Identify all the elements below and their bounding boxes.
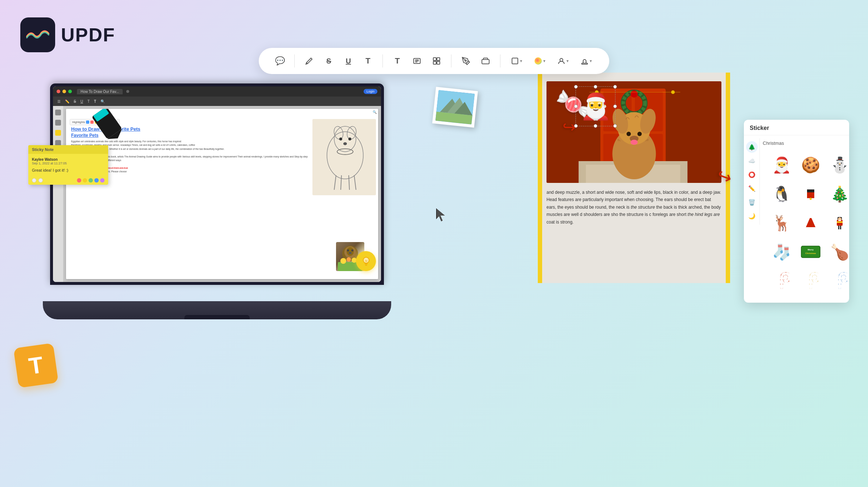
svg-rect-71 — [838, 226, 839, 229]
sticker-gingerbread[interactable]: 🍪 — [798, 152, 824, 178]
svg-rect-4 — [437, 61, 440, 64]
svg-point-30 — [349, 252, 352, 254]
sticker-cat-moon[interactable]: 🌙 — [746, 210, 758, 222]
sticker-cat-pencil[interactable]: ✏️ — [746, 183, 758, 194]
close-button[interactable] — [57, 90, 60, 93]
pdf-tab[interactable]: How To Draw Our Fav... — [77, 89, 123, 94]
sidebar-icon-1[interactable] — [55, 110, 61, 115]
svg-point-68 — [809, 215, 812, 218]
text-tool-t[interactable]: T — [360, 53, 376, 69]
sticker-candy-cane-plain[interactable] — [798, 268, 824, 294]
login-button[interactable]: Login — [364, 89, 377, 94]
lightbulb-badge: u — [356, 251, 376, 271]
sticker-candy-cane-red[interactable] — [769, 268, 795, 294]
sidebar-icon-highlight[interactable] — [55, 130, 61, 136]
sticky-note-text: Great idea! I got it! :) — [32, 168, 105, 172]
pdf-page: Highlights How to D — [66, 109, 378, 279]
sticker-cat-eraser[interactable]: 🗑️ — [746, 196, 758, 208]
underline-tool[interactable]: U — [340, 53, 356, 69]
pdf-tool-4[interactable]: T — [86, 99, 91, 104]
pdf-tool-3[interactable]: U — [79, 99, 85, 104]
pdf-search-icon[interactable]: 🔍 — [99, 99, 106, 104]
sticky-color-yellow[interactable] — [83, 178, 87, 183]
sticker-stocking[interactable]: 🧦 — [769, 239, 795, 265]
text-frame-tool[interactable] — [409, 53, 425, 69]
sticker-cat-cloud[interactable]: ☁️ — [746, 155, 758, 167]
santa-hat-selection-box: 🎅 — [576, 86, 615, 126]
svg-rect-67 — [805, 227, 816, 230]
new-tab-button[interactable] — [126, 90, 129, 93]
sticker-christmas-tree[interactable]: 🎄 — [827, 181, 849, 207]
pdf-content: Highlights How to D — [53, 106, 381, 282]
sticker-santa-claus[interactable]: 🎅 — [769, 152, 795, 178]
sticker-santa-coat[interactable] — [798, 181, 824, 207]
sticker-reindeer[interactable]: 🦌 — [769, 210, 795, 236]
sidebar-icon-2[interactable] — [55, 120, 61, 126]
sticker-candy-cane-blue[interactable] — [827, 268, 849, 294]
sticky-note-date: Sep 1, 2022 at 11:27:05 — [32, 161, 105, 165]
main-pdf-dog-image: 🍬 🎅 ↩ — [546, 81, 721, 183]
logo-area: UPDF — [20, 17, 115, 52]
highlights-label: Highlights — [72, 120, 85, 124]
sticker-santa-hat-item[interactable] — [798, 210, 824, 236]
minimize-button[interactable] — [62, 90, 66, 93]
stamp-tool[interactable]: ▾ — [577, 54, 596, 67]
eraser-tool[interactable] — [478, 53, 494, 69]
svg-point-14 — [334, 126, 356, 152]
pencil-tool[interactable] — [301, 53, 317, 69]
svg-rect-7 — [512, 58, 518, 64]
toolbar-divider-4 — [500, 54, 500, 67]
dog-sketch-image — [312, 119, 376, 195]
pdf-tool-5[interactable]: T — [93, 99, 98, 104]
pdf-tool-2[interactable]: S — [72, 99, 78, 104]
highlighter-pen-visual — [88, 109, 128, 143]
color-tool[interactable]: ▾ — [530, 54, 550, 67]
pen-draw-tool[interactable] — [458, 53, 474, 69]
svg-rect-2 — [437, 58, 440, 61]
sticky-color-blue[interactable] — [94, 178, 99, 183]
sticker-snowman[interactable]: ⛄ — [827, 152, 849, 178]
svg-point-32 — [340, 258, 346, 264]
photo-sticker-image — [435, 90, 475, 124]
sticky-note-icon-2[interactable] — [38, 178, 43, 183]
svg-rect-61 — [807, 189, 814, 192]
list-tool[interactable] — [429, 53, 445, 69]
svg-rect-75 — [838, 220, 841, 221]
sticker-roast-turkey[interactable]: 🍗 — [827, 239, 849, 265]
svg-rect-9 — [582, 63, 587, 64]
pdf-main-area: Highlights How to D — [63, 106, 381, 282]
svg-marker-79 — [436, 208, 445, 221]
svg-rect-72 — [840, 226, 841, 229]
svg-text:Christmas: Christmas — [805, 252, 816, 254]
pdf-search-icon-corner[interactable]: 🔍 — [373, 110, 377, 114]
sticker-cat-tree[interactable]: 🌲 — [746, 141, 758, 153]
svg-point-5 — [465, 60, 466, 61]
sticker-penguin[interactable]: 🐧 — [769, 181, 795, 207]
maximize-button[interactable] — [68, 90, 72, 93]
pdf-menu-icon[interactable]: ☰ — [56, 99, 62, 104]
app-logo-icon[interactable] — [20, 17, 55, 52]
svg-marker-80 — [437, 209, 445, 222]
svg-point-8 — [560, 58, 563, 61]
sticky-note-icon-1[interactable] — [32, 178, 36, 183]
svg-rect-63 — [814, 189, 816, 200]
shape-tool[interactable]: ▾ — [507, 54, 527, 67]
sticker-nutcracker[interactable] — [827, 210, 849, 236]
pdf-tool-1[interactable]: ✏️ — [64, 99, 71, 104]
user-tool[interactable]: ▾ — [553, 54, 573, 67]
sticky-color-green[interactable] — [89, 178, 93, 183]
comment-tool[interactable]: 💬 — [272, 53, 288, 69]
svg-point-27 — [347, 247, 354, 256]
detected-text-structure: the structure — [631, 205, 655, 210]
sticky-note: Sticky Note Kaylee Watson Sep 1, 2022 at… — [28, 145, 108, 185]
sticky-color-red[interactable] — [77, 178, 81, 183]
sticky-note-footer — [28, 176, 108, 185]
svg-rect-3 — [433, 61, 436, 64]
bold-text-tool[interactable]: T — [389, 53, 405, 69]
sticky-color-purple[interactable] — [100, 178, 105, 183]
sticker-cat-circle[interactable]: ⭕ — [746, 169, 758, 180]
main-pdf-view: 🍬 🎅 ↩ and deep muzzle, a short and wide … — [538, 73, 730, 283]
sticker-merry-christmas-sign[interactable]: Merry Christmas — [798, 239, 824, 265]
sticker-panel-title: Sticker — [750, 125, 769, 131]
strikethrough-tool[interactable]: S — [321, 53, 337, 69]
